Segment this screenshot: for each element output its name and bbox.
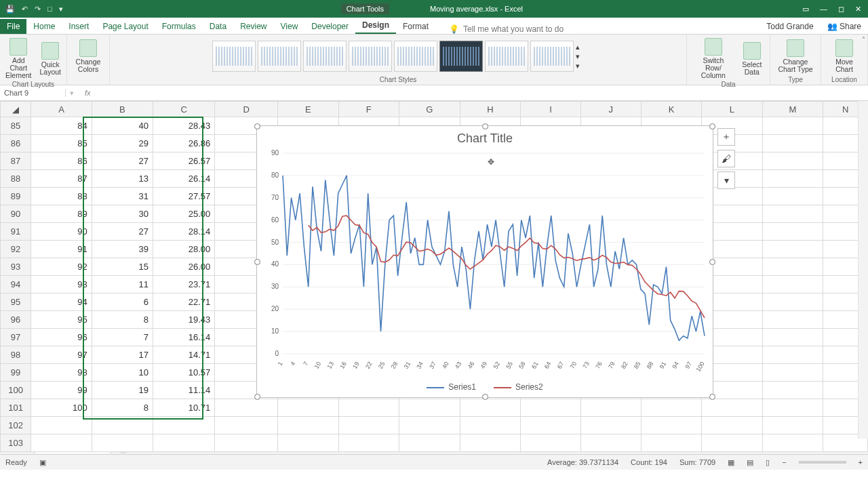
row-header[interactable]: 87 xyxy=(1,152,31,170)
cell[interactable]: 87 xyxy=(31,170,92,188)
chart-plot-area[interactable]: 0102030405060708090147101316192225283134… xyxy=(283,153,705,354)
cell[interactable]: 15 xyxy=(92,258,153,276)
cell[interactable] xyxy=(762,434,823,452)
cell[interactable]: 22.71 xyxy=(153,293,215,311)
cell[interactable] xyxy=(338,399,399,417)
cell[interactable] xyxy=(641,399,701,417)
cell[interactable]: 94 xyxy=(31,293,92,311)
col-header[interactable]: E xyxy=(278,102,338,117)
cell[interactable]: 88 xyxy=(31,188,92,205)
cell[interactable]: 92 xyxy=(31,258,92,276)
cell[interactable]: 90 xyxy=(31,223,92,241)
cell[interactable] xyxy=(762,293,823,311)
cell[interactable] xyxy=(215,399,278,417)
col-header[interactable]: I xyxy=(521,102,581,117)
cell[interactable]: 25.00 xyxy=(153,205,215,223)
col-header[interactable]: A xyxy=(31,102,92,117)
tab-formulas[interactable]: Formulas xyxy=(155,19,203,34)
cell[interactable] xyxy=(762,329,823,346)
cell[interactable]: 27 xyxy=(92,223,153,241)
row-header[interactable]: 93 xyxy=(1,258,31,276)
cell[interactable]: 8 xyxy=(92,399,153,417)
cell[interactable] xyxy=(762,152,823,170)
row-header[interactable]: 96 xyxy=(1,311,31,329)
change-colors-button[interactable]: Change Colors xyxy=(71,38,105,75)
cell[interactable]: 26.00 xyxy=(153,258,215,276)
cell[interactable] xyxy=(641,417,701,434)
cell[interactable]: 26.86 xyxy=(153,135,215,152)
row-header[interactable]: 88 xyxy=(1,170,31,188)
cell[interactable] xyxy=(702,434,762,452)
cell[interactable]: 11.14 xyxy=(153,382,215,399)
name-box[interactable]: Chart 9 xyxy=(0,89,66,97)
chart-styles-gallery[interactable]: ▴▾▾ xyxy=(212,37,584,76)
cell[interactable]: 17 xyxy=(92,346,153,364)
tell-me[interactable]: Tell me what you want to do xyxy=(463,24,564,34)
change-chart-type-button[interactable]: Change Chart Type xyxy=(774,38,816,75)
cell[interactable]: 28.14 xyxy=(153,223,215,241)
cell[interactable]: 10.71 xyxy=(153,399,215,417)
tab-format[interactable]: Format xyxy=(396,19,435,34)
cell[interactable] xyxy=(278,399,338,417)
maximize-icon[interactable]: ◻ xyxy=(838,5,844,14)
col-header[interactable]: L xyxy=(702,102,762,117)
cell[interactable] xyxy=(399,399,460,417)
cell[interactable]: 19 xyxy=(92,382,153,399)
user-name[interactable]: Todd Grande xyxy=(760,19,820,34)
tab-file[interactable]: File xyxy=(0,19,26,34)
cell[interactable] xyxy=(215,417,278,434)
cell[interactable] xyxy=(702,417,762,434)
cell[interactable]: 26.57 xyxy=(153,152,215,170)
cell[interactable] xyxy=(521,399,581,417)
cell[interactable]: 19.43 xyxy=(153,311,215,329)
cell[interactable] xyxy=(762,311,823,329)
cell[interactable] xyxy=(762,364,823,382)
row-header[interactable]: 89 xyxy=(1,188,31,205)
cell[interactable]: 98 xyxy=(31,364,92,382)
row-header[interactable]: 92 xyxy=(1,241,31,258)
chart-styles-button[interactable]: 🖌 xyxy=(717,150,735,167)
cell[interactable] xyxy=(153,434,215,452)
cell[interactable] xyxy=(762,170,823,188)
view-page-layout-icon[interactable]: ▤ xyxy=(747,458,753,467)
switch-row-column-button[interactable]: Switch Row/ Column xyxy=(691,37,736,81)
cell[interactable]: 29 xyxy=(92,135,153,152)
cell[interactable]: 28.00 xyxy=(153,241,215,258)
tab-review[interactable]: Review xyxy=(233,19,273,34)
cell[interactable]: 11 xyxy=(92,276,153,293)
cell[interactable] xyxy=(762,346,823,364)
cell[interactable]: 28.43 xyxy=(153,117,215,135)
cell[interactable] xyxy=(92,434,153,452)
cell[interactable]: 26.14 xyxy=(153,170,215,188)
cell[interactable]: 97 xyxy=(31,346,92,364)
collapse-ribbon-icon[interactable]: ˄ xyxy=(862,36,865,43)
cell[interactable]: 85 xyxy=(31,135,92,152)
gallery-more-icon[interactable]: ▾ xyxy=(576,62,584,70)
chart-elements-button[interactable]: ＋ xyxy=(717,128,735,146)
cell[interactable]: 89 xyxy=(31,205,92,223)
cell[interactable] xyxy=(338,434,399,452)
row-header[interactable]: 91 xyxy=(1,223,31,241)
cell[interactable] xyxy=(580,434,641,452)
cell[interactable] xyxy=(762,188,823,205)
cell[interactable] xyxy=(460,434,521,452)
cell[interactable] xyxy=(762,382,823,399)
gallery-down-icon[interactable]: ▾ xyxy=(576,52,584,60)
cell[interactable] xyxy=(31,434,92,452)
chart-object[interactable]: Chart Title ✥ 01020304050607080901471013… xyxy=(256,125,713,398)
macro-record-icon[interactable]: ▣ xyxy=(39,458,46,467)
cell[interactable]: 91 xyxy=(31,241,92,258)
zoom-in-icon[interactable]: + xyxy=(859,458,863,466)
zoom-slider[interactable] xyxy=(799,461,846,464)
col-header[interactable]: K xyxy=(641,102,701,117)
cell[interactable]: 39 xyxy=(92,241,153,258)
cell[interactable]: 10.57 xyxy=(153,364,215,382)
col-header[interactable]: J xyxy=(580,102,641,117)
row-header[interactable]: 101 xyxy=(1,399,31,417)
cell[interactable]: 8 xyxy=(92,311,153,329)
redo-icon[interactable]: ↷ xyxy=(35,5,41,14)
cell[interactable] xyxy=(278,417,338,434)
cell[interactable] xyxy=(762,258,823,276)
cell[interactable] xyxy=(215,434,278,452)
cell[interactable] xyxy=(762,276,823,293)
